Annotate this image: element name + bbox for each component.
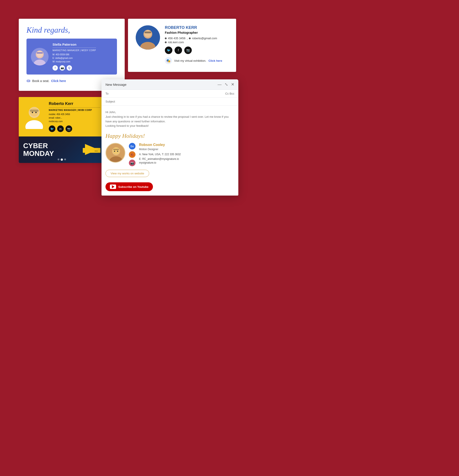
- svg-point-1: [34, 60, 46, 66]
- sig-greeting-compose: Happy Holidays!: [106, 133, 234, 139]
- subscribe-youtube-label: Subscribe on Youtube: [118, 185, 149, 188]
- maximize-button[interactable]: ⤡: [225, 82, 228, 87]
- website-dot: [165, 42, 167, 43]
- separator: ,: [187, 37, 188, 40]
- sig-info-roberto-bottom: Roberto Kerr MARKETING MANAGER | MOBI CO…: [49, 102, 100, 132]
- sig-email-stella: E: stella@gmail.com: [53, 56, 96, 60]
- sig-email-compose: E: RC_animation@mysignature.io: [139, 157, 234, 161]
- website-row-right: rob.kerr.com: [165, 41, 228, 44]
- book-seat-link[interactable]: Click here: [51, 79, 66, 83]
- card-top-right: ROBERTO KERR Fashion Photographer 456 43…: [128, 19, 236, 72]
- dot2: [61, 159, 63, 161]
- facebook-icon-right[interactable]: f: [175, 47, 182, 54]
- svg-point-11: [30, 108, 39, 116]
- svg-rect-3: [37, 52, 43, 54]
- body-line3: Looking forward to your feedback!: [106, 124, 149, 128]
- cyber-arrow-icon: [85, 144, 98, 155]
- twitter-icon-bottom[interactable]: 🐦: [49, 126, 55, 132]
- cyber-right: SHOP N...: [54, 147, 100, 153]
- instagram-icon-compose[interactable]: 📷: [129, 160, 135, 166]
- cc-bcc-label[interactable]: Cc Bcc: [225, 92, 234, 95]
- signature-card-purple: Stella Paterson MARKETING MANAGER | MODY…: [26, 39, 117, 75]
- sig-name-stella: Stella Paterson: [53, 42, 96, 46]
- email-header-controls: — ⤡ ✕: [218, 82, 234, 87]
- sig-compose-card: Be 🏀 📷 Robson Cooley Motion Designer A: …: [106, 143, 234, 166]
- sig-info-compose: Robson Cooley Motion Designer A: New Yor…: [139, 143, 234, 166]
- sig-title-stella: MARKETING MANAGER | MODY CORP: [53, 49, 96, 51]
- btn-youtube-wrapper: Subscribe on Youtube: [106, 182, 234, 191]
- avatar-roberto: [136, 25, 160, 50]
- minimize-button[interactable]: —: [218, 82, 221, 87]
- email-body[interactable]: Hi John, Just checking in to see if you …: [102, 106, 238, 196]
- email-text-right: roberto@gmail.com: [192, 37, 217, 40]
- sig-card-yellow: Roberto Kerr MARKETING MANAGER | MOBI CO…: [19, 97, 105, 136]
- sig-email-bottom: email: rober...: [49, 116, 100, 120]
- instagram-icon[interactable]: 📷: [60, 65, 65, 71]
- sig-title-roberto-right: Fashion Photographer: [165, 31, 228, 34]
- sig-social-stella: f 📷 Q: [53, 65, 96, 71]
- sig-website-stella: W: modycorp.com: [53, 60, 96, 63]
- svg-point-7: [144, 30, 151, 37]
- linkedin-icon-bottom[interactable]: in: [57, 126, 64, 132]
- facebook-icon[interactable]: f: [53, 65, 58, 71]
- instagram-icon-right[interactable]: 📷: [184, 47, 192, 54]
- email-dot: [189, 37, 191, 39]
- svg-point-22: [117, 151, 118, 152]
- to-label: To: [106, 92, 119, 95]
- email-body-text: Hi John, Just checking in to see if you …: [106, 110, 234, 128]
- behance-icon[interactable]: Be: [129, 143, 135, 150]
- phone-dot: [165, 37, 167, 39]
- greeting-text: Kind regards,: [26, 25, 117, 35]
- sig-title-roberto-bottom: MARKETING MANAGER | MOBI CORP: [49, 109, 100, 111]
- virtual-link[interactable]: Click here: [209, 59, 222, 62]
- subject-label: Subject: [106, 100, 119, 103]
- svg-point-13: [32, 112, 33, 113]
- website-text-right: rob.kerr.com: [168, 41, 184, 44]
- instagram-icon-bottom[interactable]: 📷: [66, 126, 72, 132]
- twitter-icon-right[interactable]: 🐦: [165, 47, 172, 54]
- email-subject-row: Subject: [102, 98, 238, 106]
- btn-works-wrapper: View my works on website: [106, 170, 234, 180]
- virtual-text: Visit my virtual exhibition.: [174, 59, 206, 62]
- virtual-row-right: 🎭 Visit my virtual exhibition. Click her…: [165, 57, 228, 64]
- svg-point-10: [25, 120, 43, 129]
- sig-address-compose: A: New York, USA, T: 222 335 3632: [139, 152, 234, 157]
- sig-name-compose: Robson Cooley: [139, 143, 234, 147]
- avatar-roberto-bottom: [23, 105, 45, 129]
- dot1: [58, 159, 59, 160]
- body-line2: Just checking in to see if you had a cha…: [106, 115, 229, 123]
- sig-name-roberto-bottom: Roberto Kerr: [49, 102, 100, 106]
- youtube-play-icon: [112, 185, 115, 188]
- svg-marker-15: [85, 144, 98, 155]
- book-seat-text: Book a seat.: [32, 79, 49, 83]
- sig-title-compose: Motion Designer: [139, 148, 234, 151]
- email-signature: Happy Holidays! Be: [106, 133, 234, 191]
- dot3: [64, 159, 66, 160]
- email-header-title: New Message: [106, 83, 126, 86]
- svg-point-14: [35, 112, 37, 113]
- sig-info-roberto-right: ROBERTO KERR Fashion Photographer 456 43…: [165, 25, 228, 64]
- sig-card-roberto-right: ROBERTO KERR Fashion Photographer 456 43…: [136, 25, 228, 64]
- sig-website-compose: mysignature.io: [139, 161, 234, 164]
- avatar-robson: [106, 143, 125, 163]
- email-to-row: To Cc Bcc: [102, 90, 238, 98]
- cyber-banner: CYBER MONDAY SHOP N...: [19, 136, 105, 163]
- close-button[interactable]: ✕: [231, 82, 234, 87]
- sig-website-bottom: mobicorp.com: [49, 120, 100, 123]
- sig-social-roberto-right: 🐦 f 📷: [165, 47, 228, 54]
- view-works-button[interactable]: View my works on website: [106, 170, 149, 177]
- quora-icon[interactable]: Q: [67, 65, 72, 71]
- sig-social-roberto-bottom: 🐦 in 📷: [49, 126, 100, 132]
- avatar-stella: [31, 48, 49, 66]
- svg-rect-20: [113, 149, 119, 150]
- sig-name-roberto-right: ROBERTO KERR: [165, 25, 228, 30]
- subscribe-youtube-button[interactable]: Subscribe on Youtube: [106, 182, 153, 191]
- cyber-text-block: CYBER MONDAY: [23, 142, 54, 157]
- cyber-line1: CYBER: [23, 142, 54, 150]
- virtual-icon: 🎭: [165, 57, 172, 64]
- phone-text-right: 456 435 3456: [168, 37, 185, 40]
- sig-social-compose: Be 🏀 📷: [129, 143, 135, 166]
- sig-mobile-bottom: mobile: 456 435 3456: [49, 113, 100, 116]
- email-compose-window: New Message — ⤡ ✕ To Cc Bcc Subject Hi J…: [102, 79, 238, 196]
- dribbble-icon[interactable]: 🏀: [129, 151, 135, 158]
